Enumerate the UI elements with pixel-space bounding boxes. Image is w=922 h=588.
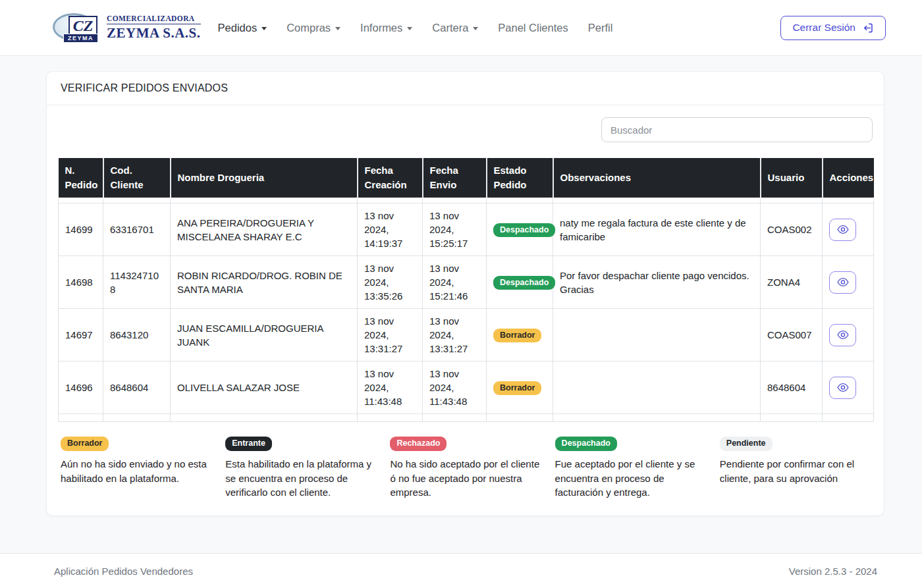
col-header-observaciones: Observaciones: [553, 158, 761, 198]
eye-icon: [836, 225, 850, 234]
legend-description: No ha sido aceptado por el cliente ó no …: [390, 457, 540, 500]
eye-icon: [836, 277, 850, 287]
eye-icon: [836, 383, 850, 392]
nav-item-label: Compras: [286, 22, 331, 34]
cell-estado: Despachado: [487, 256, 553, 309]
status-legend: Borrador Aún no ha sido enviado y no est…: [61, 437, 870, 500]
col-header-nombre: Nombre Drogueria: [171, 158, 358, 198]
col-header-fecha-envio: Fecha Envio: [423, 158, 487, 198]
logo-monogram: CZ: [68, 16, 97, 36]
footer-app-name: Aplicación Pedidos Vendedores: [54, 566, 193, 577]
nav-item-cartera[interactable]: Cartera: [432, 22, 478, 34]
cell-usuario: 8648604: [761, 361, 823, 414]
nav-item-informes[interactable]: Informes: [360, 22, 412, 34]
status-badge: Despachado: [493, 276, 555, 290]
col-header-estado: Estado Pedido: [487, 158, 553, 198]
cell-n-pedido: 14696: [59, 361, 103, 414]
nav-item-compras[interactable]: Compras: [286, 22, 340, 34]
status-badge: Borrador: [61, 437, 109, 451]
col-header-n-pedido: N. Pedido: [59, 158, 103, 198]
chevron-down-icon: [335, 27, 340, 30]
nav-item-pedidos[interactable]: Pedidos: [218, 22, 267, 34]
cell-cod-cliente: 1143247108: [103, 256, 171, 309]
brand-text: COMERCIALIZADORA ZEYMA S.A.S.: [107, 14, 201, 41]
table-row: 14698 1143247108 ROBIN RICARDO/DROG. ROB…: [59, 256, 874, 309]
col-header-usuario: Usuario: [761, 158, 823, 198]
cell-estado: Despachado: [487, 203, 553, 256]
nav-item-label: Informes: [360, 22, 402, 34]
cell-n-pedido: 14698: [59, 256, 103, 309]
nav-item-label: Perfil: [588, 22, 613, 34]
status-badge: Rechazado: [390, 437, 447, 451]
logout-icon: [861, 22, 874, 34]
cell-cod-cliente: 8643120: [103, 309, 171, 361]
cell-fecha-creacion: 13 nov 2024, 11:43:48: [358, 361, 423, 414]
chevron-down-icon: [473, 27, 478, 30]
status-badge: Despachado: [493, 223, 555, 238]
status-badge: Despachado: [555, 437, 617, 451]
chevron-down-icon: [261, 27, 267, 30]
cell-fecha-creacion: 13 nov 2024, 13:35:26: [358, 256, 423, 309]
view-order-button[interactable]: [829, 219, 856, 241]
cell-fecha-creacion: 13 nov 2024, 14:19:37: [358, 203, 423, 256]
nav-item-perfil[interactable]: Perfil: [588, 22, 613, 34]
cell-observaciones: [553, 361, 761, 414]
nav-item-label: Cartera: [432, 22, 468, 34]
logout-button[interactable]: Cerrar Sesión: [780, 16, 886, 40]
view-order-button[interactable]: [829, 324, 856, 346]
cell-usuario: ZONA4: [761, 256, 823, 309]
cell-observaciones: Por favor despachar cliente pago vencido…: [553, 256, 761, 309]
legend-description: Aún no ha sido enviado y no esta habilit…: [61, 457, 211, 486]
cell-observaciones: naty me regala factura de este cliente y…: [553, 203, 761, 256]
legend-item-entrante: Entrante Esta habilitado en la plataform…: [225, 437, 375, 500]
table-spacer-row: [59, 198, 874, 203]
status-badge: Borrador: [493, 381, 541, 396]
cell-nombre: OLIVELLA SALAZAR JOSE: [171, 361, 358, 414]
table-row: 14697 8643120 JUAN ESCAMILLA/DROGUERIA J…: [59, 309, 874, 361]
chevron-down-icon: [407, 27, 412, 30]
col-header-fecha-creacion: Fecha Creación: [358, 158, 423, 198]
cell-nombre: JUAN ESCAMILLA/DROGUERIA JUANK: [171, 309, 358, 361]
page-title: VERIFICAR PEDIDOS ENVIADOS: [47, 72, 884, 105]
table-row-cutoff: [59, 414, 874, 422]
cell-cod-cliente: 8648604: [103, 361, 171, 414]
cell-fecha-envio: 13 nov 2024, 15:25:17: [423, 203, 487, 256]
cell-acciones: [823, 309, 874, 361]
legend-description: Esta habilitado en la plataforma y se en…: [225, 457, 375, 500]
legend-item-rechazado: Rechazado No ha sido aceptado por el cli…: [390, 437, 540, 500]
footer-version: Version 2.5.3 - 2024: [789, 566, 877, 577]
brand-line1: COMERCIALIZADORA: [107, 14, 201, 24]
cell-estado: Borrador: [487, 309, 553, 361]
cell-nombre: ROBIN RICARDO/DROG. ROBIN DE SANTA MARIA: [171, 256, 358, 309]
view-order-button[interactable]: [829, 377, 856, 399]
view-order-button[interactable]: [829, 271, 856, 294]
table-row: 14699 63316701 ANA PEREIRA/DROGUERIA Y M…: [59, 203, 874, 256]
col-header-cod-cliente: Cod. Cliente: [103, 158, 171, 198]
cell-fecha-envio: 13 nov 2024, 15:21:46: [423, 256, 487, 309]
cell-usuario: COAS007: [761, 309, 823, 361]
nav-item-label: Pedidos: [218, 22, 258, 34]
search-input[interactable]: [601, 117, 873, 142]
cell-fecha-envio: 13 nov 2024, 11:43:48: [423, 361, 487, 414]
logout-button-label: Cerrar Sesión: [792, 22, 855, 34]
brand-line2: ZEYMA S.A.S.: [107, 25, 201, 41]
legend-item-despachado: Despachado Fue aceptado por el cliente y…: [555, 437, 705, 500]
cell-cod-cliente: 63316701: [103, 203, 171, 256]
status-badge: Entrante: [225, 437, 272, 451]
orders-table: N. Pedido Cod. Cliente Nombre Drogueria …: [58, 158, 874, 422]
legend-description: Fue aceptado por el cliente y se encuent…: [555, 457, 705, 500]
cell-n-pedido: 14697: [59, 309, 103, 361]
logo-banner: ZEYMA: [63, 34, 98, 43]
cell-nombre: ANA PEREIRA/DROGUERIA Y MISCELANEA SHARA…: [171, 203, 358, 256]
cell-n-pedido: 14699: [59, 203, 103, 256]
cell-observaciones: [553, 309, 761, 361]
orders-card: VERIFICAR PEDIDOS ENVIADOS N. Pedido Cod…: [46, 71, 884, 516]
status-badge: Borrador: [493, 329, 541, 343]
cell-acciones: [823, 256, 874, 309]
nav-item-panel-clientes[interactable]: Panel Clientes: [498, 22, 568, 34]
col-header-acciones: Acciones: [823, 158, 874, 198]
table-row: 14696 8648604 OLIVELLA SALAZAR JOSE 13 n…: [59, 361, 874, 414]
brand-logo[interactable]: CZ ZEYMA COMERCIALIZADORA ZEYMA S.A.S.: [53, 11, 201, 44]
main-nav: Pedidos Compras Informes Cartera Panel C…: [218, 22, 613, 34]
company-logo-icon: CZ ZEYMA: [53, 11, 101, 44]
